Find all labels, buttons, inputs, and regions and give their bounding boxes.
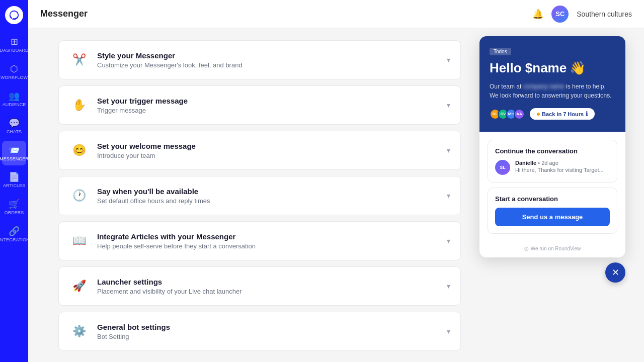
settings-card-welcome[interactable]: 😊 Set your welcome message Introduce you… bbox=[58, 131, 461, 170]
settings-card-desc: Trigger message bbox=[97, 107, 188, 114]
chevron-down-icon: ▾ bbox=[447, 146, 450, 154]
sidebar-item-label: CHATS bbox=[7, 130, 22, 135]
preview-panel: Todos Hello $name 👋 Our team at company … bbox=[473, 28, 644, 362]
wave-emoji: 👋 bbox=[570, 60, 586, 76]
start-title: Start a conversation bbox=[495, 195, 610, 203]
status-text: Back in 7 Hours bbox=[542, 111, 584, 117]
settings-card-bot[interactable]: ⚙️ General bot settings Bot Setting ▾ bbox=[58, 312, 461, 351]
settings-card-left: 📖 Integrate Articles with your Messenger… bbox=[69, 231, 256, 251]
preview-avatar-4: AA bbox=[514, 109, 525, 120]
preview-greeting: Hello $name 👋 bbox=[490, 60, 615, 76]
settings-card-launcher[interactable]: 🚀 Launcher settings Placement and visibi… bbox=[58, 266, 461, 306]
close-button[interactable]: ✕ bbox=[605, 262, 625, 283]
preview-footer: ◎ We run on RoundView bbox=[479, 242, 625, 257]
preview-header: Todos Hello $name 👋 Our team at company … bbox=[479, 36, 625, 132]
settings-card-title: Set your welcome message bbox=[97, 142, 196, 150]
sidebar-item-articles[interactable]: 📄 ARTICLES bbox=[2, 167, 26, 193]
chevron-down-icon: ▾ bbox=[447, 56, 450, 64]
settings-panel: ✂️ Style your Messenger Customize your M… bbox=[28, 28, 473, 362]
settings-card-text: Set your trigger message Trigger message bbox=[97, 97, 188, 114]
settings-card-title: General bot settings bbox=[97, 323, 170, 331]
settings-card-style[interactable]: ✂️ Style your Messenger Customize your M… bbox=[58, 40, 461, 79]
settings-card-text: Style your Messenger Customize your Mess… bbox=[97, 51, 243, 69]
notification-icon[interactable]: 🔔 bbox=[532, 9, 543, 20]
topbar-right: 🔔 SC Southern cultures bbox=[532, 6, 632, 23]
settings-card-left: 🚀 Launcher settings Placement and visibi… bbox=[69, 276, 242, 296]
sidebar: ⊞ DASHBOARD ⬡ WORKFLOW 👥 AUDIENCE 💬 CHAT… bbox=[0, 0, 28, 362]
sidebar-item-workflow[interactable]: ⬡ WORKFLOW bbox=[2, 59, 26, 84]
convo-time: • 2d ago bbox=[538, 160, 558, 166]
status-dot bbox=[537, 113, 540, 116]
sidebar-item-audience[interactable]: 👥 AUDIENCE bbox=[2, 86, 26, 112]
settings-card-desc: Set default office hours and reply times bbox=[97, 197, 210, 205]
roundview-icon: ◎ bbox=[524, 246, 529, 251]
settings-card-title: Set your trigger message bbox=[97, 97, 188, 105]
team-text-before: Our team at bbox=[490, 83, 521, 90]
workflow-icon: ⬡ bbox=[10, 63, 18, 74]
sidebar-item-chats[interactable]: 💬 CHATS bbox=[2, 114, 26, 139]
settings-card-left: ⚙️ General bot settings Bot Setting bbox=[69, 321, 170, 341]
settings-card-desc: Placement and visibility of your Live ch… bbox=[97, 288, 242, 295]
send-message-button[interactable]: Send us a message bbox=[495, 208, 610, 226]
app-logo[interactable] bbox=[5, 6, 23, 24]
articles-icon: 📄 bbox=[9, 171, 20, 183]
gear-icon: ⚙️ bbox=[69, 321, 89, 341]
preview-wrapper: Todos Hello $name 👋 Our team at company … bbox=[479, 36, 625, 288]
settings-card-desc: Customize your Messenger's look, feel, a… bbox=[97, 61, 243, 69]
launcher-icon: 🚀 bbox=[69, 276, 89, 296]
chevron-down-icon: ▾ bbox=[447, 101, 450, 109]
audience-icon: 👥 bbox=[9, 90, 20, 102]
page-title: Messenger bbox=[40, 9, 88, 19]
clock-icon: 🕐 bbox=[69, 186, 89, 206]
footer-text: We run on RoundView bbox=[531, 246, 581, 251]
settings-card-trigger[interactable]: ✋ Set your trigger message Trigger messa… bbox=[58, 85, 461, 125]
sidebar-item-label: ARTICLES bbox=[3, 184, 25, 189]
info-icon: ℹ bbox=[586, 111, 588, 117]
sidebar-item-messenger[interactable]: 📨 MESSENGER bbox=[2, 141, 26, 166]
avatar[interactable]: SC bbox=[551, 6, 569, 23]
chats-icon: 💬 bbox=[9, 118, 20, 129]
settings-card-text: Set your welcome message Introduce your … bbox=[97, 142, 196, 159]
settings-card-text: Integrate Articles with your Messenger H… bbox=[97, 232, 256, 250]
settings-card-desc: Help people self-serve before they start… bbox=[97, 242, 256, 250]
chevron-down-icon: ▾ bbox=[447, 282, 450, 290]
welcome-icon: 😊 bbox=[69, 140, 89, 160]
settings-card-title: Say when you'll be available bbox=[97, 187, 210, 196]
settings-card-left: 😊 Set your welcome message Introduce you… bbox=[69, 140, 196, 160]
sidebar-item-dashboard[interactable]: ⊞ DASHBOARD bbox=[2, 32, 26, 57]
sidebar-item-label: INTEGRATION bbox=[0, 238, 29, 243]
trigger-icon: ✋ bbox=[69, 95, 89, 115]
settings-card-left: ✋ Set your trigger message Trigger messa… bbox=[69, 95, 188, 115]
preview-status: BL SV MH AA Back in 7 Hours ℹ bbox=[490, 108, 615, 120]
sidebar-item-label: DASHBOARD bbox=[0, 48, 29, 53]
chevron-down-icon: ▾ bbox=[447, 192, 450, 200]
integration-icon: 🔗 bbox=[9, 226, 20, 237]
team-name: company name bbox=[523, 83, 565, 90]
status-button[interactable]: Back in 7 Hours ℹ bbox=[530, 108, 595, 120]
preview-tag: Todos bbox=[490, 48, 511, 55]
conversation-item[interactable]: SL Danielle • 2d ago Hi there, Thanks fo… bbox=[495, 160, 610, 175]
settings-card-articles[interactable]: 📖 Integrate Articles with your Messenger… bbox=[58, 221, 461, 260]
topbar: Messenger 🔔 SC Southern cultures bbox=[28, 0, 644, 28]
chevron-down-icon: ▾ bbox=[447, 237, 450, 245]
sidebar-item-orders[interactable]: 🛒 ORDERS bbox=[2, 195, 26, 220]
settings-card-availability[interactable]: 🕐 Say when you'll be available Set defau… bbox=[58, 176, 461, 215]
chevron-down-icon: ▾ bbox=[447, 327, 450, 335]
start-conversation-section: Start a conversation Send us a message bbox=[488, 188, 617, 234]
preview-body: Continue the conversation SL Danielle • … bbox=[479, 132, 625, 242]
settings-card-title: Integrate Articles with your Messenger bbox=[97, 232, 256, 241]
messenger-preview: Todos Hello $name 👋 Our team at company … bbox=[479, 36, 625, 257]
settings-card-text: General bot settings Bot Setting bbox=[97, 323, 170, 340]
settings-card-title: Launcher settings bbox=[97, 278, 242, 286]
messenger-icon: 📨 bbox=[9, 145, 20, 156]
convo-name: Danielle • 2d ago bbox=[515, 160, 604, 166]
settings-card-desc: Bot Setting bbox=[97, 333, 170, 340]
book-icon: 📖 bbox=[69, 231, 89, 251]
user-name: Southern cultures bbox=[577, 10, 632, 18]
sidebar-item-integration[interactable]: 🔗 INTEGRATION bbox=[2, 222, 26, 247]
sidebar-item-label: AUDIENCE bbox=[3, 103, 26, 108]
convo-message: Hi there, Thanks for visiting Target... bbox=[515, 167, 604, 173]
main-content: Messenger 🔔 SC Southern cultures ✂️ Styl… bbox=[28, 0, 644, 362]
dashboard-icon: ⊞ bbox=[11, 36, 18, 47]
orders-icon: 🛒 bbox=[9, 199, 20, 210]
